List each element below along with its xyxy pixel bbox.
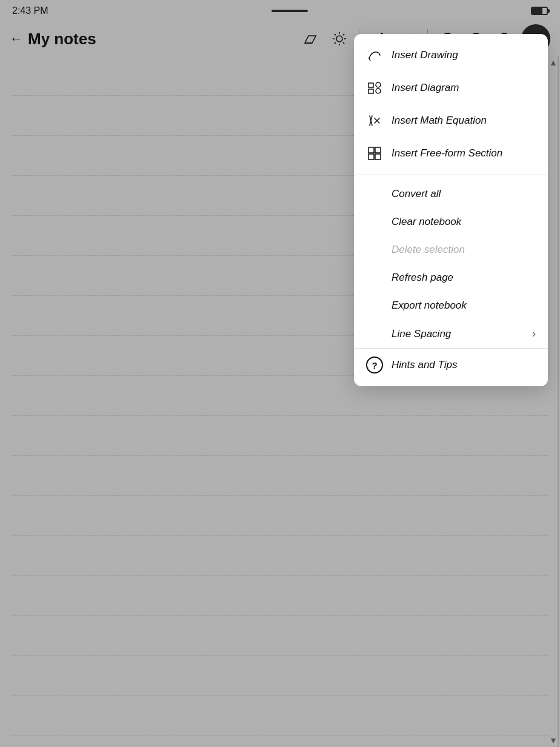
notebook-line xyxy=(12,416,548,456)
menu-item-refresh-page[interactable]: Refresh page xyxy=(354,264,548,292)
back-arrow-icon: ← xyxy=(10,31,23,47)
insert-drawing-label: Insert Drawing xyxy=(392,49,536,61)
convert-all-label: Convert all xyxy=(392,188,536,200)
notebook-line xyxy=(12,656,548,696)
freeform-icon xyxy=(366,145,383,162)
page-title: My notes xyxy=(28,30,96,49)
svg-line-5 xyxy=(335,34,336,35)
scrollbar[interactable]: ▲ ▼ xyxy=(555,56,560,747)
dropdown-menu: Insert Drawing Insert Diagram xyxy=(354,34,548,386)
menu-item-delete-selection: Delete selection xyxy=(354,236,548,264)
svg-point-0 xyxy=(336,36,342,42)
status-bar: 2:43 PM xyxy=(0,0,560,22)
menu-item-hints-tips[interactable]: ? Hints and Tips xyxy=(354,349,548,381)
svg-rect-18 xyxy=(375,154,381,159)
status-time: 2:43 PM xyxy=(12,5,48,16)
diagram-icon xyxy=(366,79,383,96)
menu-item-insert-diagram[interactable]: Insert Diagram xyxy=(354,72,548,104)
svg-rect-13 xyxy=(368,89,373,93)
notebook-line xyxy=(12,536,548,576)
menu-section-actions: Convert all Clear notebook Delete select… xyxy=(354,175,548,386)
svg-point-12 xyxy=(376,82,381,87)
insert-math-label: Insert Math Equation xyxy=(392,115,536,127)
chevron-right-icon: › xyxy=(532,327,536,340)
drawing-icon xyxy=(366,47,383,64)
math-icon xyxy=(366,112,383,129)
clear-notebook-label: Clear notebook xyxy=(392,216,536,228)
menu-item-line-spacing[interactable]: Line Spacing › xyxy=(354,320,548,348)
delete-selection-label: Delete selection xyxy=(392,244,536,256)
menu-item-convert-all[interactable]: Convert all xyxy=(354,180,548,208)
export-notebook-label: Export notebook xyxy=(392,300,536,312)
status-notch xyxy=(272,10,308,12)
svg-line-6 xyxy=(343,42,344,44)
insert-freeform-label: Insert Free-form Section xyxy=(392,147,536,159)
notebook-line xyxy=(12,576,548,616)
menu-item-clear-notebook[interactable]: Clear notebook xyxy=(354,208,548,236)
battery-icon xyxy=(531,7,548,15)
menu-item-insert-freeform[interactable]: Insert Free-form Section xyxy=(354,137,548,170)
refresh-page-label: Refresh page xyxy=(392,272,536,284)
brightness-icon xyxy=(332,31,347,47)
svg-line-7 xyxy=(335,42,336,44)
svg-rect-17 xyxy=(368,154,374,159)
menu-item-export-notebook[interactable]: Export notebook xyxy=(354,292,548,320)
notebook-line xyxy=(12,496,548,536)
svg-point-14 xyxy=(376,89,381,93)
svg-line-8 xyxy=(343,34,344,35)
svg-rect-16 xyxy=(375,147,381,153)
notebook-line xyxy=(12,456,548,496)
scroll-up-button[interactable]: ▲ xyxy=(547,56,560,69)
menu-section-insert: Insert Drawing Insert Diagram xyxy=(354,34,548,175)
notebook-line xyxy=(12,616,548,656)
hints-tips-label: Hints and Tips xyxy=(392,359,536,371)
toolbar-left: ← My notes xyxy=(10,30,297,49)
notebook-line xyxy=(12,696,548,736)
line-spacing-label: Line Spacing xyxy=(392,328,524,340)
insert-diagram-label: Insert Diagram xyxy=(392,82,536,94)
eraser-button[interactable] xyxy=(297,25,324,52)
eraser-icon xyxy=(302,31,318,47)
battery-indicator xyxy=(531,7,548,15)
scroll-down-button[interactable]: ▼ xyxy=(547,734,560,747)
brightness-button[interactable] xyxy=(326,25,353,52)
svg-rect-15 xyxy=(368,147,374,153)
menu-item-insert-math[interactable]: Insert Math Equation xyxy=(354,104,548,137)
back-button[interactable]: ← My notes xyxy=(10,30,96,49)
scroll-track xyxy=(558,56,559,747)
svg-rect-11 xyxy=(368,83,373,87)
menu-item-insert-drawing[interactable]: Insert Drawing xyxy=(354,39,548,72)
question-icon: ? xyxy=(366,357,383,373)
